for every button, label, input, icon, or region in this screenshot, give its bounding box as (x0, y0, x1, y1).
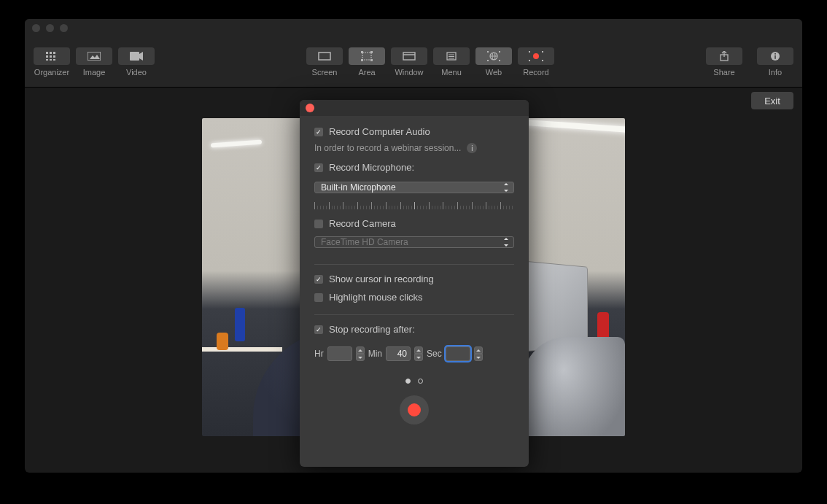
record-audio-label: Record Computer Audio (329, 126, 430, 137)
window-icon (391, 47, 427, 65)
svg-rect-15 (361, 51, 363, 53)
svg-rect-28 (487, 51, 489, 53)
highlight-clicks-label: Highlight mouse clicks (329, 292, 423, 303)
sec-input[interactable] (446, 346, 470, 361)
record-camera-checkbox[interactable] (314, 220, 323, 228)
toolbar-record-label: Record (523, 68, 548, 77)
page-indicator (314, 379, 514, 384)
hr-stepper[interactable] (356, 346, 365, 361)
svg-rect-0 (46, 52, 48, 54)
traffic-light-zoom[interactable] (60, 24, 68, 32)
divider (314, 264, 514, 265)
page-dot-1[interactable] (405, 379, 411, 384)
record-settings-popover: Record Computer Audio In order to record… (300, 100, 529, 467)
toolbar-web[interactable]: Web (475, 47, 512, 77)
toolbar-organizer[interactable]: Organizer (34, 47, 70, 77)
svg-rect-8 (53, 59, 55, 61)
svg-rect-30 (487, 60, 489, 61)
svg-marker-10 (90, 55, 100, 59)
highlight-clicks-checkbox[interactable] (314, 293, 323, 302)
record-camera-label: Record Camera (329, 218, 396, 229)
content-area: Exit Record Computer Audio (25, 88, 802, 473)
main-toolbar: Organizer Image Video Screen (25, 36, 802, 88)
svg-rect-7 (50, 59, 52, 61)
chevron-updown-icon (502, 183, 510, 192)
grid-icon (34, 47, 70, 65)
exit-button[interactable]: Exit (751, 92, 793, 109)
svg-point-40 (774, 53, 776, 54)
svg-rect-34 (542, 51, 543, 53)
stop-after-checkbox[interactable] (314, 325, 323, 334)
svg-rect-35 (529, 60, 530, 61)
svg-rect-3 (46, 55, 48, 58)
audio-subtext: In order to record a webinar session... (314, 143, 461, 153)
toolbar-share[interactable]: Share (706, 47, 742, 77)
chevron-updown-icon (502, 238, 510, 247)
toolbar-area[interactable]: Area (349, 47, 385, 77)
svg-rect-31 (499, 60, 500, 61)
video-icon (118, 47, 155, 65)
app-window: Organizer Image Video Screen (25, 19, 802, 473)
record-icon (518, 47, 554, 65)
min-stepper[interactable] (414, 346, 423, 361)
popover-close[interactable] (306, 104, 314, 112)
traffic-light-minimize[interactable] (46, 24, 54, 32)
toolbar-image[interactable]: Image (76, 47, 112, 77)
screen-icon (306, 47, 343, 65)
show-cursor-label: Show cursor in recording (329, 274, 434, 284)
svg-rect-14 (362, 53, 371, 60)
svg-rect-9 (88, 52, 101, 61)
svg-rect-17 (361, 59, 363, 61)
toolbar-video-label: Video (126, 68, 147, 77)
web-icon (475, 47, 512, 65)
toolbar-screen[interactable]: Screen (306, 47, 343, 77)
record-mic-checkbox[interactable] (314, 163, 323, 172)
toolbar-menu[interactable]: Menu (433, 47, 470, 77)
toolbar-record[interactable]: Record (518, 47, 554, 77)
start-record-button[interactable] (400, 395, 429, 424)
min-label: Min (368, 349, 382, 359)
toolbar-organizer-label: Organizer (34, 68, 69, 77)
svg-rect-13 (319, 53, 330, 60)
toolbar-video[interactable]: Video (118, 47, 155, 77)
traffic-light-close[interactable] (32, 24, 40, 32)
share-icon (706, 47, 742, 65)
info-circle-icon[interactable]: i (467, 143, 477, 153)
toolbar-share-label: Share (713, 68, 734, 77)
svg-rect-4 (50, 55, 52, 58)
divider (314, 314, 514, 315)
svg-rect-36 (542, 60, 543, 61)
svg-rect-2 (53, 52, 55, 54)
toolbar-image-label: Image (83, 68, 106, 77)
toolbar-window[interactable]: Window (391, 47, 427, 77)
toolbar-info-label: Info (769, 68, 782, 77)
hr-input[interactable] (327, 346, 352, 361)
toolbar-web-label: Web (486, 68, 502, 77)
toolbar-info[interactable]: Info (757, 47, 793, 77)
record-mic-label: Record Microphone: (329, 162, 414, 173)
camera-select-value: FaceTime HD Camera (321, 237, 408, 247)
menu-icon (433, 47, 470, 65)
stop-after-label: Stop recording after: (329, 324, 415, 335)
toolbar-menu-label: Menu (441, 68, 462, 77)
toolbar-area-label: Area (358, 68, 375, 77)
toolbar-screen-label: Screen (312, 68, 338, 77)
show-cursor-checkbox[interactable] (314, 275, 323, 284)
mic-level-meter (314, 202, 514, 209)
area-icon (349, 47, 385, 65)
min-input[interactable]: 40 (386, 346, 411, 361)
camera-select: FaceTime HD Camera (314, 236, 514, 248)
svg-rect-11 (130, 52, 139, 61)
microphone-select[interactable]: Built-in Microphone (314, 182, 514, 193)
record-audio-checkbox[interactable] (314, 128, 323, 136)
page-dot-2[interactable] (418, 379, 423, 384)
record-circle-icon (408, 403, 421, 416)
hr-label: Hr (314, 349, 324, 359)
sec-stepper[interactable] (474, 346, 483, 361)
svg-rect-19 (403, 53, 415, 60)
svg-rect-33 (529, 51, 530, 53)
svg-rect-5 (53, 55, 55, 58)
svg-rect-18 (370, 59, 373, 61)
svg-marker-12 (139, 52, 143, 61)
svg-rect-29 (499, 51, 500, 53)
